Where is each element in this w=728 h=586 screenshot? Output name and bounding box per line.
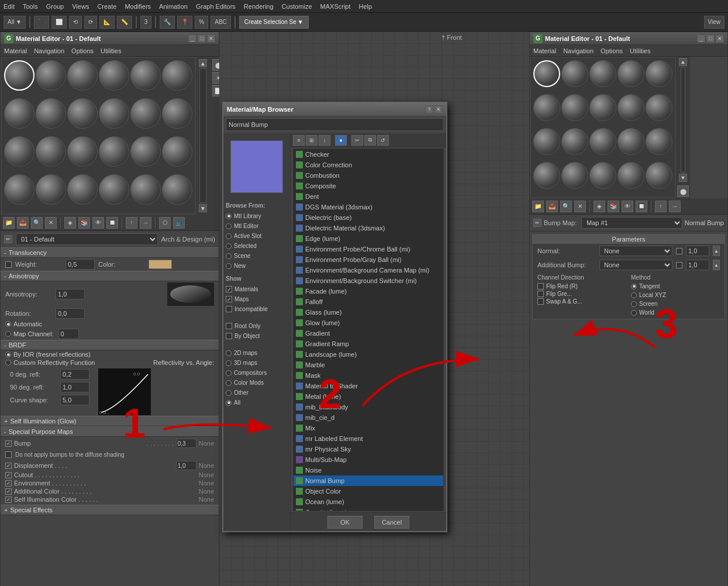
list-item-combustion[interactable]: Combustion	[294, 170, 443, 181]
list-item-mix[interactable]: Mix	[294, 423, 443, 433]
r-sphere-18[interactable]	[589, 162, 616, 189]
sphere-6[interactable]	[162, 60, 192, 91]
environment-check[interactable]	[5, 480, 12, 487]
toolbar-btn-1[interactable]: ⬛	[34, 16, 49, 29]
list-item-multi-sub[interactable]: Multi/Sub-Map	[294, 454, 443, 465]
brdf-section-header[interactable]: - BRDF	[1, 340, 219, 350]
selected-radio-btn[interactable]	[226, 243, 232, 249]
sphere-19[interactable]	[4, 174, 34, 205]
put-material-icon[interactable]: 📤	[17, 217, 29, 229]
list-item-material-to-shader[interactable]: Material to Shader	[294, 381, 443, 391]
additional-bump-select[interactable]: None	[599, 260, 672, 270]
swap-check[interactable]	[537, 298, 544, 305]
put-to-lib-icon[interactable]: 📚	[78, 217, 90, 229]
mtl-editor-radio-btn[interactable]	[226, 223, 232, 229]
map-channel-input[interactable]	[58, 329, 79, 339]
special-maps-header[interactable]: - Special Purpose Maps	[1, 426, 219, 437]
list-item-checker[interactable]: Checker	[294, 149, 443, 160]
toolbar-btn-8[interactable]: 🔧	[160, 16, 175, 29]
toolbar-btn-9[interactable]: 📍	[177, 16, 192, 29]
sphere-3[interactable]	[67, 60, 98, 91]
right-menu-navigation[interactable]: Navigation	[563, 47, 594, 54]
translucency-color-swatch[interactable]	[149, 260, 172, 269]
toolbar-btn-5[interactable]: 📐	[99, 16, 115, 29]
left-properties-scroll[interactable]: - Translucency Weight: Color: - Anisotro…	[1, 247, 219, 586]
maps-checkbox[interactable]	[226, 296, 232, 302]
pencil-icon[interactable]: ✏	[4, 235, 12, 243]
new-radio-btn[interactable]	[226, 263, 232, 269]
browser-help[interactable]: ?	[425, 105, 433, 113]
r-sphere-20[interactable]	[646, 162, 672, 189]
list-item-glow[interactable]: Glow (lume)	[294, 318, 443, 328]
toolbar-btn-7[interactable]: 3	[140, 16, 152, 29]
mtl-library-radio-btn[interactable]	[226, 213, 232, 219]
r-go-forward-icon[interactable]: →	[669, 201, 681, 212]
flip-red-item[interactable]: Flip Red (R)	[537, 282, 626, 290]
blue-circle-btn[interactable]: ●	[335, 135, 347, 146]
sphere-scroll-down[interactable]: ▼	[199, 204, 207, 212]
browser-close[interactable]: ✕	[434, 105, 443, 113]
list-item-metal[interactable]: Metal (lume)	[294, 391, 443, 402]
sphere-7[interactable]	[4, 98, 34, 129]
r-sphere-15[interactable]	[646, 128, 672, 155]
sphere-scrollbar[interactable]	[199, 68, 206, 203]
r-sphere-4[interactable]	[617, 60, 644, 87]
world-radio[interactable]: World	[631, 309, 720, 316]
normal-value[interactable]	[686, 246, 709, 256]
video-color-icon[interactable]: 📺	[173, 217, 185, 229]
mtl-editor-radio[interactable]: Mtl Editor	[226, 222, 288, 230]
minimize-right[interactable]: _	[697, 35, 705, 43]
r-reset-map-icon[interactable]: ✕	[574, 201, 586, 212]
r-sphere-9[interactable]	[617, 94, 644, 121]
screen-radio[interactable]: Screen	[631, 300, 720, 308]
r-show-end-icon[interactable]: 🔲	[636, 201, 647, 212]
sphere-2[interactable]	[36, 60, 66, 91]
deg0-input[interactable]	[60, 369, 89, 380]
deg90-input[interactable]	[60, 382, 89, 392]
menu-graph-editors[interactable]: Graph Editors	[196, 3, 236, 10]
r-sphere-8[interactable]	[589, 94, 616, 121]
menu-maxscript[interactable]: MAXScript	[320, 3, 351, 10]
r-go-to-parent-icon[interactable]: ↑	[655, 201, 667, 212]
other-radio[interactable]: Other	[226, 389, 288, 397]
list-item-dent[interactable]: Dent	[294, 191, 443, 202]
r-put-to-lib-icon[interactable]: 📚	[608, 201, 619, 212]
list-item-facade[interactable]: Facade (lume)	[294, 286, 443, 297]
sphere-20[interactable]	[36, 174, 66, 205]
r-sphere-11[interactable]	[533, 128, 560, 155]
local-xyz-radio[interactable]: Local XYZ	[631, 291, 720, 299]
mtl-library-radio[interactable]: Mtl Library	[226, 212, 288, 220]
create-selection-button[interactable]: Create Selection Se ▼	[239, 16, 309, 29]
menu-modifiers[interactable]: Modifiers	[125, 3, 151, 10]
screen-radio-btn[interactable]	[631, 301, 637, 307]
3d-maps-radio-btn[interactable]	[226, 360, 232, 366]
show-end-icon[interactable]: 🔲	[106, 217, 118, 229]
color-mods-radio-btn[interactable]	[226, 380, 232, 386]
r-sphere-10[interactable]	[646, 94, 672, 121]
list-item-mr-physical[interactable]: mr Physical Sky	[294, 444, 443, 454]
menu-views[interactable]: Views	[72, 3, 89, 10]
scene-radio[interactable]: Scene	[226, 252, 288, 260]
go-to-parent-icon[interactable]: ↑	[126, 217, 137, 229]
additional-bump-check[interactable]	[676, 262, 682, 268]
toolbar-btn-10[interactable]: %	[195, 16, 208, 29]
get-material-icon[interactable]: 📁	[3, 217, 15, 229]
tangent-radio-btn[interactable]	[631, 284, 637, 289]
menu-tools[interactable]: Tools	[23, 3, 38, 10]
special-effects-header[interactable]: + Special Effects	[1, 505, 219, 515]
select-by-material-icon[interactable]: 🔍	[31, 217, 43, 229]
menu-group[interactable]: Group	[46, 3, 64, 10]
maximize-right[interactable]: □	[706, 35, 715, 43]
material-name-select[interactable]: 01 - Default	[16, 233, 158, 245]
incompatible-check-item[interactable]: Incompatible	[226, 305, 288, 313]
materials-check-item[interactable]: Materials	[226, 285, 288, 293]
by-object-checkbox[interactable]	[226, 333, 232, 339]
list-item-env-bg-camera[interactable]: Environment/Background Camera Map (mi)	[294, 265, 443, 275]
left-menu-options[interactable]: Options	[71, 47, 94, 54]
list-item-glass[interactable]: Glass (lume)	[294, 307, 443, 318]
list-item-dgs[interactable]: DGS Material (3dsmax)	[294, 202, 443, 212]
r-sphere-3[interactable]	[589, 60, 616, 87]
compositors-radio[interactable]: Compositors	[226, 369, 288, 377]
toolbar-btn-3[interactable]: ⟲	[69, 16, 82, 29]
list-item-ocean[interactable]: Ocean (lume)	[294, 497, 443, 507]
